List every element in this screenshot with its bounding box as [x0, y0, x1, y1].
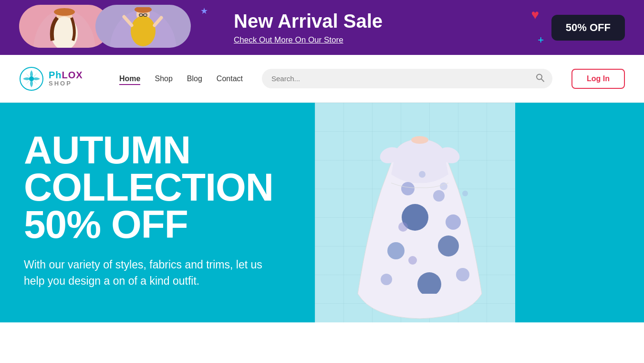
hero-image-area	[315, 103, 515, 322]
banner-text-area: New Arrival Sale Check Out More On Our S…	[219, 11, 551, 45]
hero-title: AUTUMN COLLECTION 50% OFF	[24, 131, 291, 243]
svg-point-15	[29, 76, 34, 81]
navbar-wrapper: PhLOX SHOP Home Shop Blog Contact Log In	[0, 55, 644, 103]
hero-title-line2: COLLECTION	[24, 169, 291, 206]
logo-name: PhLOX	[49, 70, 83, 80]
hero-content: AUTUMN COLLECTION 50% OFF With our varie…	[0, 103, 315, 322]
nav-item-home[interactable]: Home	[119, 75, 140, 83]
hero-title-line1: AUTUMN	[24, 131, 291, 169]
svg-point-30	[456, 268, 469, 281]
hero-title-line3: 50% OFF	[24, 206, 291, 243]
search-icon[interactable]	[535, 73, 545, 85]
svg-point-21	[411, 136, 428, 144]
svg-point-35	[462, 191, 468, 196]
svg-point-28	[446, 214, 461, 230]
search-input[interactable]	[262, 69, 552, 88]
nav-item-shop[interactable]: Shop	[155, 75, 172, 83]
logo-sub: SHOP	[49, 80, 83, 87]
nav-item-contact[interactable]: Contact	[217, 75, 243, 83]
banner-title: New Arrival Sale	[234, 11, 551, 32]
logo-text: PhLOX SHOP	[49, 70, 83, 87]
discount-badge: 50% OFF	[551, 15, 625, 41]
svg-point-7	[131, 16, 156, 46]
top-banner: ★	[0, 0, 644, 55]
svg-point-32	[408, 256, 417, 265]
plus-decoration-icon: +	[538, 34, 544, 46]
svg-point-31	[419, 171, 426, 178]
svg-line-17	[541, 79, 544, 82]
nav-links: Home Shop Blog Contact	[119, 75, 243, 83]
heart-decoration-icon: ♥	[531, 7, 539, 22]
hero-subtitle: With our variety of styles, fabrics and …	[24, 256, 267, 289]
nav-item-blog[interactable]: Blog	[187, 75, 202, 83]
search-bar	[262, 69, 552, 88]
banner-store-link[interactable]: Check Out More On Our Store	[234, 35, 343, 45]
svg-point-24	[387, 242, 405, 259]
svg-point-23	[438, 235, 459, 256]
hero-section: AUTUMN COLLECTION 50% OFF With our varie…	[0, 103, 644, 322]
login-button[interactable]: Log In	[571, 69, 625, 89]
banner-model-images	[19, 5, 219, 50]
logo-area[interactable]: PhLOX SHOP	[19, 66, 95, 91]
logo-icon	[19, 66, 44, 91]
dress-illustration	[334, 112, 506, 322]
svg-point-25	[417, 272, 441, 296]
svg-point-27	[433, 190, 445, 202]
banner-model-2	[95, 5, 191, 48]
svg-point-29	[381, 274, 392, 285]
svg-point-26	[401, 182, 415, 195]
navbar: PhLOX SHOP Home Shop Blog Contact Log In	[0, 55, 644, 103]
svg-point-34	[398, 222, 408, 232]
svg-rect-4	[55, 11, 74, 13]
